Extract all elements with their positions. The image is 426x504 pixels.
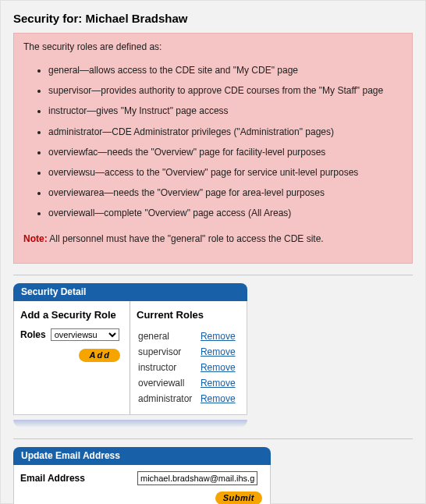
security-detail-header: Security Detail [13, 283, 247, 301]
email-field[interactable] [137, 471, 257, 485]
remove-link[interactable]: Remove [201, 331, 236, 342]
role-name-cell: administrator [137, 391, 199, 406]
role-def-item: instructor—gives "My Instruct" page acce… [48, 101, 403, 121]
security-detail-panel: Security Detail Add a Security Role Role… [13, 283, 247, 415]
table-row: supervisor Remove [137, 344, 240, 360]
remove-link[interactable]: Remove [201, 378, 236, 389]
add-role-row: Roles overviewsu [20, 328, 123, 341]
divider [13, 438, 413, 439]
table-row: general Remove [137, 328, 240, 344]
role-def-item: overviewsu—access to the "Overview" page… [48, 162, 403, 183]
email-panel-header: Update Email Address [13, 447, 271, 465]
roles-select[interactable]: overviewsu [51, 328, 119, 341]
roles-info-box: The security roles are defined as: gener… [13, 33, 413, 264]
roles-definition-list: general—allows access to the CDE site an… [23, 60, 403, 224]
add-role-column: Add a Security Role Roles overviewsu Add [14, 301, 130, 414]
role-name-cell: general [137, 328, 199, 344]
role-def-item: overviewall—complete "Overview" page acc… [48, 203, 403, 223]
email-panel-body: Email Address Submit [13, 465, 271, 505]
current-roles-column: Current Roles general Remove supervisor … [130, 301, 247, 414]
remove-link[interactable]: Remove [201, 393, 236, 404]
divider [13, 275, 413, 275]
role-def-item: administrator—CDE Administrator privileg… [48, 122, 403, 142]
role-name-cell: overviewall [137, 375, 199, 391]
table-row: administrator Remove [137, 391, 240, 406]
add-button[interactable]: Add [79, 349, 120, 362]
email-label: Email Address [20, 473, 137, 484]
add-role-heading: Add a Security Role [20, 309, 123, 321]
role-name-cell: supervisor [137, 344, 199, 360]
role-def-item: overviewfac—needs the "Overview" page fo… [48, 142, 403, 162]
role-def-item: supervisor—provides authority to approve… [48, 80, 403, 101]
role-def-item: general—allows access to the CDE site an… [48, 60, 403, 80]
email-row: Email Address [20, 471, 264, 485]
page-title: Security for: Michael Bradshaw [13, 12, 413, 25]
roles-note: Note: All personnel must have the "gener… [23, 233, 403, 244]
remove-link[interactable]: Remove [201, 362, 236, 373]
note-text: All personnel must have the "general" ro… [48, 233, 324, 244]
security-detail-body: Add a Security Role Roles overviewsu Add… [13, 301, 247, 415]
submit-button[interactable]: Submit [215, 492, 262, 505]
current-roles-table: general Remove supervisor Remove instruc… [137, 328, 240, 406]
role-def-item: overviewarea—needs the "Overview" page f… [48, 183, 403, 203]
table-row: instructor Remove [137, 360, 240, 375]
panel-shadow [13, 420, 247, 428]
remove-link[interactable]: Remove [201, 346, 236, 357]
title-prefix: Security for: [13, 12, 86, 25]
roles-label: Roles [20, 329, 46, 340]
page-container: Security for: Michael Bradshaw The secur… [0, 0, 426, 504]
note-label: Note: [23, 233, 48, 244]
role-name-cell: instructor [137, 360, 199, 375]
submit-row: Submit [20, 490, 264, 505]
current-roles-heading: Current Roles [137, 309, 240, 321]
table-row: overviewall Remove [137, 375, 240, 391]
person-name: Michael Bradshaw [86, 12, 188, 25]
add-button-row: Add [20, 347, 123, 362]
roles-intro: The security roles are defined as: [23, 41, 403, 52]
email-panel: Update Email Address Email Address Submi… [13, 447, 271, 505]
